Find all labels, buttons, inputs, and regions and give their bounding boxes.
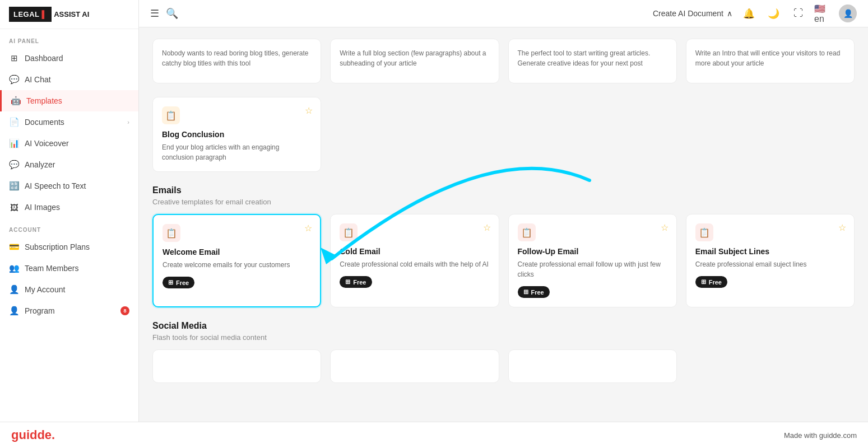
guidde-made-with: Made with guidde.com <box>784 431 857 440</box>
social-section: Social Media Flash tools for social medi… <box>152 321 855 383</box>
language-button[interactable]: 🇺🇸 en <box>814 5 831 22</box>
star-icon[interactable]: ☆ <box>661 222 669 233</box>
chevron-right-icon: › <box>127 119 129 125</box>
theme-button[interactable]: 🌙 <box>765 5 782 22</box>
sidebar-item-my-account[interactable]: 👤 My Account <box>0 279 138 300</box>
email-subject-title: Email Subject Lines <box>695 247 845 256</box>
sidebar-item-images[interactable]: 🖼 AI Images <box>0 197 138 218</box>
social-card-3[interactable] <box>508 349 677 383</box>
free-icon: ⊞ <box>523 288 528 296</box>
guidde-footer: guidde. Made with guidde.com <box>0 422 868 448</box>
chevron-down-icon: ∧ <box>727 9 732 18</box>
email-subject-badge-label: Free <box>709 279 722 286</box>
cold-email-card[interactable]: 📋 ☆ Cold Email Create professional cold … <box>330 214 499 307</box>
sidebar-item-label: AI Speech to Text <box>25 181 86 190</box>
sidebar-item-templates[interactable]: 🤖 Templates <box>0 90 138 111</box>
chat-icon: 💬 <box>9 74 19 85</box>
email-subject-badge: ⊞ Free <box>695 276 727 288</box>
welcome-email-badge: ⊞ Free <box>163 277 194 288</box>
search-icon[interactable]: 🔍 <box>166 7 178 20</box>
sidebar-item-label: Team Members <box>25 264 78 273</box>
sidebar-item-label: Subscription Plans <box>25 242 90 251</box>
subscription-icon: 💳 <box>9 242 19 252</box>
templates-icon: 🤖 <box>11 96 21 106</box>
star-icon[interactable]: ☆ <box>483 222 491 233</box>
sidebar-item-ai-chat[interactable]: 💬 AI Chat <box>0 69 138 90</box>
social-card-2[interactable] <box>330 349 499 383</box>
logo-text: ASSIST AI <box>54 10 89 18</box>
email-subject-desc: Create professional email suject lines <box>695 259 845 269</box>
topbar-right: Create AI Document ∧ 🔔 🌙 ⛶ 🇺🇸 en 👤 <box>653 4 857 22</box>
cold-email-title: Cold Email <box>340 247 489 256</box>
blog-intro-card[interactable]: Write an Intro that will entice your vis… <box>686 39 855 83</box>
free-icon: ⊞ <box>701 278 706 286</box>
sidebar-item-program[interactable]: 👤 Program 8 <box>0 300 138 321</box>
sidebar-item-label: Dashboard <box>25 54 63 63</box>
conclusion-card-desc: End your blog articles with an engaging … <box>162 142 312 162</box>
social-card-1[interactable] <box>152 349 321 383</box>
sidebar-item-label: Program <box>25 306 55 315</box>
emails-section-label: Emails <box>152 185 855 195</box>
welcome-email-badge-label: Free <box>176 279 189 286</box>
program-icon: 👤 <box>9 306 19 316</box>
ai-panel-label: AI PANEL <box>0 29 138 48</box>
topbar: ☰ 🔍 Create AI Document ∧ 🔔 🌙 ⛶ 🇺🇸 en 👤 <box>139 0 868 27</box>
sidebar-item-analyzer[interactable]: 💬 Analyzer <box>0 154 138 175</box>
star-icon[interactable]: ☆ <box>304 223 312 234</box>
cold-email-icon: 📋 <box>340 223 358 241</box>
analyzer-icon: 💬 <box>9 160 19 170</box>
welcome-email-title: Welcome Email <box>163 248 311 256</box>
star-icon[interactable]: ☆ <box>305 105 313 116</box>
followup-email-card[interactable]: 📋 ☆ Follow-Up Email Create professional … <box>508 214 677 307</box>
speech-icon: 🔡 <box>9 181 19 191</box>
welcome-email-desc: Create welcome emails for your customers <box>163 260 311 270</box>
content-area: Nobody wants to read boring blog titles,… <box>139 27 868 448</box>
conclusion-card-title: Blog Conclusion <box>162 130 312 139</box>
cold-email-badge: ⊞ Free <box>340 276 372 288</box>
conclusion-card-icon: 📋 <box>162 106 180 124</box>
sidebar-item-dashboard[interactable]: ⊞ Dashboard <box>0 48 138 69</box>
fullscreen-button[interactable]: ⛶ <box>790 5 806 22</box>
sidebar: LEGAL ▌ ASSIST AI AI PANEL ⊞ Dashboard 💬… <box>0 0 139 448</box>
sidebar-item-voiceover[interactable]: 📊 AI Voiceover <box>0 133 138 154</box>
sidebar-item-label: My Account <box>25 285 65 294</box>
sidebar-item-documents[interactable]: 📄 Documents › <box>0 111 138 133</box>
followup-email-icon: 📋 <box>518 223 536 241</box>
free-icon: ⊞ <box>345 278 350 286</box>
guidde-logo-text: guidde. <box>11 428 55 442</box>
blog-titles-desc: Nobody wants to read boring blog titles,… <box>162 48 312 68</box>
blog-ideas-card[interactable]: The perfect tool to start writing great … <box>508 39 677 83</box>
guidde-logo: guidde. <box>11 428 55 442</box>
email-subject-icon: 📋 <box>695 223 713 241</box>
sidebar-item-speech[interactable]: 🔡 AI Speech to Text <box>0 175 138 197</box>
email-subject-card[interactable]: 📋 ☆ Email Subject Lines Create professio… <box>686 214 855 307</box>
blog-conclusion-row: 📋 ☆ Blog Conclusion End your blog articl… <box>152 97 855 172</box>
cold-email-badge-label: Free <box>353 279 366 286</box>
blog-titles-card[interactable]: Nobody wants to read boring blog titles,… <box>152 39 321 83</box>
document-icon: 📄 <box>9 117 19 127</box>
social-section-label: Social Media <box>152 321 855 331</box>
emails-section: Emails Creative templates for email crea… <box>152 185 855 307</box>
followup-email-title: Follow-Up Email <box>518 247 667 256</box>
star-icon[interactable]: ☆ <box>838 222 846 233</box>
sidebar-item-subscription[interactable]: 💳 Subscription Plans <box>0 236 138 258</box>
team-icon: 👥 <box>9 263 19 273</box>
grid-icon: ⊞ <box>9 53 19 63</box>
avatar[interactable]: 👤 <box>839 4 857 22</box>
notifications-button[interactable]: 🔔 <box>740 5 757 22</box>
create-document-button[interactable]: Create AI Document ∧ <box>653 9 732 18</box>
blog-section-card[interactable]: Write a full blog section (few paragraph… <box>330 39 499 83</box>
emails-section-sublabel: Creative templates for email creation <box>152 198 855 206</box>
blog-section-desc: Write a full blog section (few paragraph… <box>340 48 489 68</box>
blog-ideas-desc: The perfect tool to start writing great … <box>518 48 667 68</box>
main: ☰ 🔍 Create AI Document ∧ 🔔 🌙 ⛶ 🇺🇸 en 👤 N… <box>139 0 868 448</box>
blog-conclusion-card[interactable]: 📋 ☆ Blog Conclusion End your blog articl… <box>152 97 321 172</box>
welcome-email-card[interactable]: 📋 ☆ Welcome Email Create welcome emails … <box>152 214 321 307</box>
sidebar-logo: LEGAL ▌ ASSIST AI <box>0 0 138 29</box>
social-section-sublabel: Flash tools for social media content <box>152 333 855 342</box>
cold-email-desc: Create professional cold emails with the… <box>340 259 489 269</box>
sidebar-item-team[interactable]: 👥 Team Members <box>0 258 138 279</box>
sidebar-item-label: AI Voiceover <box>25 139 69 148</box>
followup-email-badge: ⊞ Free <box>518 286 550 298</box>
menu-icon[interactable]: ☰ <box>150 7 159 20</box>
